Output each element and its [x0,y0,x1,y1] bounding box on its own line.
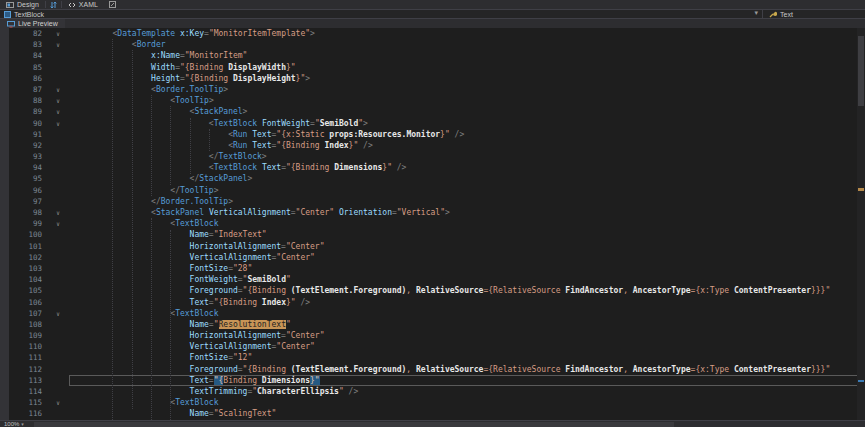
line-number[interactable]: 84 [9,50,47,61]
line-number[interactable]: 85 [9,62,47,73]
code-line[interactable]: 88∨ <ToolTip> [0,95,865,106]
line-number[interactable]: 116 [9,408,47,419]
glyph-margin[interactable] [0,129,9,140]
fold-chevron-icon[interactable]: ∨ [47,207,69,218]
glyph-margin[interactable] [0,241,9,252]
line-number[interactable]: 103 [9,263,47,274]
line-number[interactable]: 110 [9,341,47,352]
fold-chevron-icon[interactable]: ∨ [47,106,69,117]
tab-design[interactable]: Design [0,0,45,9]
glyph-margin[interactable] [0,352,9,363]
glyph-margin[interactable] [0,218,9,229]
glyph-margin[interactable] [0,330,9,341]
glyph-margin[interactable] [0,386,9,397]
glyph-margin[interactable] [0,263,9,274]
code-line[interactable]: 107∨ <TextBlock [0,308,865,319]
line-number[interactable]: 96 [9,185,47,196]
horizontal-scrollbar-thumb[interactable] [34,422,674,427]
code-line[interactable]: 96 </ToolTip> [0,185,865,196]
code-line[interactable]: 108 Name="ResolutionText" [0,319,865,330]
glyph-margin[interactable] [0,229,9,240]
code-line[interactable]: 112 Foreground="{Binding (TextElement.Fo… [0,364,865,375]
code-line[interactable]: 86 Height="{Binding DisplayHeight}"> [0,73,865,84]
line-number[interactable]: 113 [9,375,47,386]
line-number[interactable]: 88 [9,95,47,106]
glyph-margin[interactable] [0,173,9,184]
line-number[interactable]: 87 [9,84,47,95]
line-number[interactable]: 91 [9,129,47,140]
fold-chevron-icon[interactable]: ∨ [47,39,69,50]
tab-xaml[interactable]: XAML [62,0,104,9]
line-number[interactable]: 98 [9,207,47,218]
code-line[interactable]: 99∨ <TextBlock [0,218,865,229]
glyph-margin[interactable] [0,375,9,386]
code-line[interactable]: 111 FontSize="12" [0,352,865,363]
zoom-control[interactable]: 100% ▾ [0,421,28,427]
line-number[interactable]: 114 [9,386,47,397]
vertical-scrollbar[interactable] [857,28,865,420]
swap-panes-icon[interactable] [46,1,61,9]
glyph-margin[interactable] [0,319,9,330]
code-line[interactable]: 104 FontWeight="SemiBold" [0,274,865,285]
line-number[interactable]: 99 [9,218,47,229]
line-number[interactable]: 106 [9,297,47,308]
code-line[interactable]: 95 </StackPanel> [0,173,865,184]
code-line[interactable]: 97 </Border.ToolTip> [0,196,865,207]
line-number[interactable]: 86 [9,73,47,84]
glyph-margin[interactable] [0,252,9,263]
code-line[interactable]: 87∨ <Border.ToolTip> [0,84,865,95]
code-line[interactable]: 114 TextTrimming="CharacterEllipsis" /> [0,386,865,397]
line-number[interactable]: 108 [9,319,47,330]
code-line[interactable]: 82∨ <DataTemplate x:Key="MonitorItemTemp… [0,28,865,39]
code-line[interactable]: 98∨ <StackPanel VerticalAlignment="Cente… [0,207,865,218]
glyph-margin[interactable] [0,151,9,162]
line-number[interactable]: 90 [9,118,47,129]
line-number[interactable]: 93 [9,151,47,162]
fold-chevron-icon[interactable]: ∨ [47,308,69,319]
glyph-margin[interactable] [0,84,9,95]
glyph-margin[interactable] [0,408,9,419]
tab-live-preview[interactable]: Live Preview [0,19,65,28]
code-line[interactable]: 109 HorizontalAlignment="Center" [0,330,865,341]
line-number[interactable]: 83 [9,39,47,50]
fold-chevron-icon[interactable]: ∨ [47,84,69,95]
glyph-margin[interactable] [0,196,9,207]
glyph-margin[interactable] [0,207,9,218]
code-line[interactable]: 93 </TextBlock> [0,151,865,162]
glyph-margin[interactable] [0,62,9,73]
line-number[interactable]: 101 [9,241,47,252]
glyph-margin[interactable] [0,297,9,308]
line-number[interactable]: 115 [9,397,47,408]
code-line[interactable]: 113 Text="{Binding Dimensions}" [0,375,865,386]
line-number[interactable]: 107 [9,308,47,319]
code-line[interactable]: 83∨ <Border [0,39,865,50]
glyph-margin[interactable] [0,118,9,129]
code-line[interactable]: 94 <TextBlock Text="{Binding Dimensions}… [0,162,865,173]
glyph-margin[interactable] [0,285,9,296]
glyph-margin[interactable] [0,140,9,151]
glyph-margin[interactable] [0,397,9,408]
fold-chevron-icon[interactable]: ∨ [47,218,69,229]
glyph-margin[interactable] [0,162,9,173]
code-line[interactable]: 84 x:Name="MonitorItem" [0,50,865,61]
line-number[interactable]: 111 [9,352,47,363]
line-number[interactable]: 95 [9,173,47,184]
glyph-margin[interactable] [0,106,9,117]
property-breadcrumb-dropdown[interactable]: Text [762,10,793,18]
line-number[interactable]: 109 [9,330,47,341]
code-line[interactable]: 101 HorizontalAlignment="Center" [0,241,865,252]
fold-chevron-icon[interactable]: ∨ [47,118,69,129]
line-number[interactable]: 92 [9,140,47,151]
line-number[interactable]: 89 [9,106,47,117]
expand-pane-icon[interactable] [104,1,121,8]
code-line[interactable]: 116 Name="ScalingText" [0,408,865,419]
code-line[interactable]: 100 Name="IndexText" [0,229,865,240]
fold-chevron-icon[interactable]: ∨ [47,95,69,106]
line-number[interactable]: 112 [9,364,47,375]
code-line[interactable]: 115∨ <TextBlock [0,397,865,408]
code-line[interactable]: 91 <Run Text="{x:Static props:Resources.… [0,129,865,140]
code-line[interactable]: 92 <Run Text="{Binding Index}" /> [0,140,865,151]
glyph-margin[interactable] [0,73,9,84]
code-editor[interactable]: 82∨ <DataTemplate x:Key="MonitorItemTemp… [0,28,865,420]
fold-chevron-icon[interactable]: ∨ [47,397,69,408]
